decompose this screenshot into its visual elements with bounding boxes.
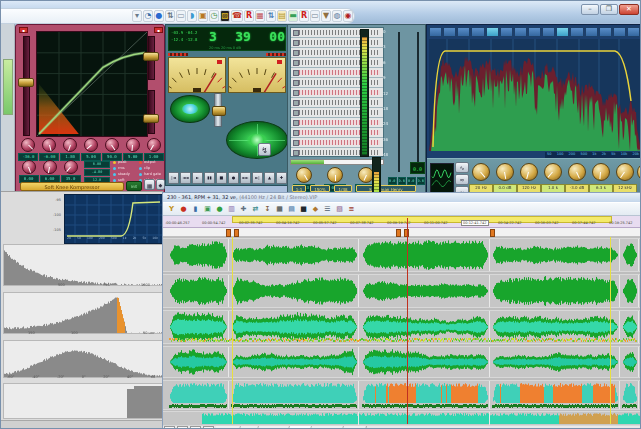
plugin-slot-12[interactable] [291,148,383,157]
marker-flag-2[interactable] [396,229,401,237]
eq-knob-7[interactable] [637,163,641,181]
plugin-slot-10[interactable] [291,128,383,138]
arr-toolbar-icon-drop[interactable]: ↧ [262,204,273,214]
compressor-knob-r2-2[interactable] [64,160,78,174]
toolbar-icon-record-2[interactable]: R [299,10,309,22]
arr-toolbar-icon-lines[interactable]: ≡ [346,204,357,214]
toolbar-icon-record-1[interactable]: R [244,10,254,22]
preset-save-button[interactable]: ◆ [156,179,165,190]
transport-button-5[interactable]: ● [228,172,239,184]
arr-toolbar-icon-grid[interactable]: ▦ [274,204,285,214]
transport-button-9[interactable]: ✚ [276,172,287,184]
track-6-strip[interactable] [163,411,641,426]
compressor-transfer-curve-display[interactable] [36,31,148,137]
spectrum-toolbar-button-6[interactable] [514,27,527,37]
arr-toolbar-icon-tool-y[interactable]: Y [166,204,177,214]
compressor-init-button[interactable]: init [126,181,142,191]
fader-track-right[interactable] [417,32,419,172]
timeline-ruler[interactable]: -00:00:46.25700:00:54.74200:02:35.74200:… [163,216,641,228]
zoom-button[interactable]: 150% [310,185,330,192]
eq-knob-2[interactable] [520,163,538,181]
transport-button-2[interactable]: ► [192,172,203,184]
tab-nav-button-1[interactable]: ◄ [177,426,188,429]
compressor-knob-r2-1[interactable] [43,160,57,174]
arr-toolbar-icon-photo[interactable]: ▤ [286,204,297,214]
arr-toolbar-icon-record-dot[interactable]: ● [178,204,189,214]
plugin-slot-8[interactable] [291,108,383,118]
spectrum-display[interactable] [429,39,641,151]
transport-button-7[interactable]: ►| [252,172,263,184]
spectrum-toolbar-button-2[interactable] [457,27,470,37]
spectrum-toolbar-button-3[interactable] [471,27,484,37]
eq-knob-1[interactable] [496,163,514,181]
spectrum-toolbar-button-10[interactable] [570,27,583,37]
spectrum-toolbar-button-7[interactable] [528,27,541,37]
toolbar-icon-levels[interactable]: ⇅ [165,10,175,22]
compressor-knob-r1-1[interactable] [42,138,56,152]
compressor-output-slider[interactable] [148,90,155,134]
toolbar-icon-window[interactable]: ▭ [176,10,186,22]
transport-button-4[interactable]: ■ [216,172,227,184]
arr-toolbar-icon-gem[interactable]: ◆ [310,204,321,214]
transport-button-8[interactable]: ▲ [264,172,275,184]
plugin-slot-5[interactable] [291,78,383,88]
tab-nav-button-0[interactable]: |◄ [164,426,175,429]
spectrum-toolbar-button-11[interactable] [585,27,598,37]
eq-knob-0[interactable] [472,163,490,181]
spectrum-toolbar-button-5[interactable] [500,27,513,37]
mixer-knob-0[interactable] [296,167,312,183]
compressor-threshold-slider-handle[interactable] [143,52,159,61]
compressor-knob-r2-0[interactable] [22,160,36,174]
toolbar-icon-hazard[interactable]: ▨ [220,10,230,22]
plugin-slot-0[interactable] [291,28,383,38]
plugin-slot-4[interactable] [291,68,383,78]
arr-toolbar-icon-swap[interactable]: ⇄ [250,204,261,214]
fader-track-left[interactable] [398,32,400,172]
toolbar-icon-notes[interactable]: ▤ [277,10,287,22]
eq-knob-3[interactable] [544,163,562,181]
tab-nav-button-2[interactable]: ► [190,426,201,429]
plugin-slot-9[interactable] [291,118,383,128]
preset-load-button[interactable]: ▦ [144,179,155,190]
balance-slider[interactable] [214,93,222,127]
toolbar-icon-dropdown[interactable]: ▾ [132,10,142,22]
spectrum-toolbar-button-1[interactable] [443,27,456,37]
marker-flag-1[interactable] [234,229,239,237]
toolbar-icon-media[interactable]: ▣ [198,10,208,22]
eq-shape-button-1[interactable]: ≈ [455,174,469,185]
playback-cursor[interactable] [407,218,408,424]
track-5-spectral[interactable] [163,380,641,410]
compressor-knob-r1-2[interactable] [63,138,77,152]
track-area[interactable] [163,237,641,424]
arr-toolbar-icon-stats[interactable]: ▥ [226,204,237,214]
spectrum-toolbar-button-0[interactable] [429,27,442,37]
spectrum-toolbar-button-14[interactable] [627,27,640,37]
toolbar-icon-display[interactable]: ▭ [310,10,320,22]
minimize-button[interactable]: – [581,4,599,15]
eq-knob-5[interactable] [592,163,610,181]
arr-toolbar-icon-thumbnail[interactable]: ▣ [202,204,213,214]
compressor-knob-r1-5[interactable] [126,138,140,152]
tab-nav-button-3[interactable]: ►| [203,426,214,429]
arrangement-titlebar[interactable]: 230 - 361, RPM + 31, 32 ve, (44100 Hz / … [163,193,641,202]
spectrum-toolbar-button-8[interactable] [542,27,555,37]
plugin-slot-3[interactable] [291,58,383,68]
toolbar-icon-info[interactable]: ● [154,10,164,22]
plugin-slot-2[interactable] [291,48,383,58]
compressor-output-slider-handle[interactable] [143,114,159,123]
spectrum-toolbar-button-12[interactable] [599,27,612,37]
maximize-button[interactable]: ❐ [600,4,618,15]
toolbar-icon-phone[interactable]: ☎ [231,10,243,22]
compressor-knob-r1-4[interactable] [105,138,119,152]
toolbar-icon-meter[interactable]: ◍ [332,10,342,22]
plugin-slot-6[interactable] [291,88,383,98]
spectrum-toolbar-button-9[interactable] [556,27,569,37]
toolbar-icon-zoom[interactable]: ◔ [143,10,153,22]
compressor-close-icon[interactable]: ▪ [19,27,28,33]
transport-button-1[interactable]: ◄◄ [180,172,191,184]
setup-name-label[interactable]: Stakeman Henry [356,185,416,192]
marker-flag-4[interactable] [490,229,495,237]
plugin-slot-7[interactable] [291,98,383,108]
plugin-slot-1[interactable] [291,38,383,48]
track-1-waveform[interactable] [163,238,641,272]
